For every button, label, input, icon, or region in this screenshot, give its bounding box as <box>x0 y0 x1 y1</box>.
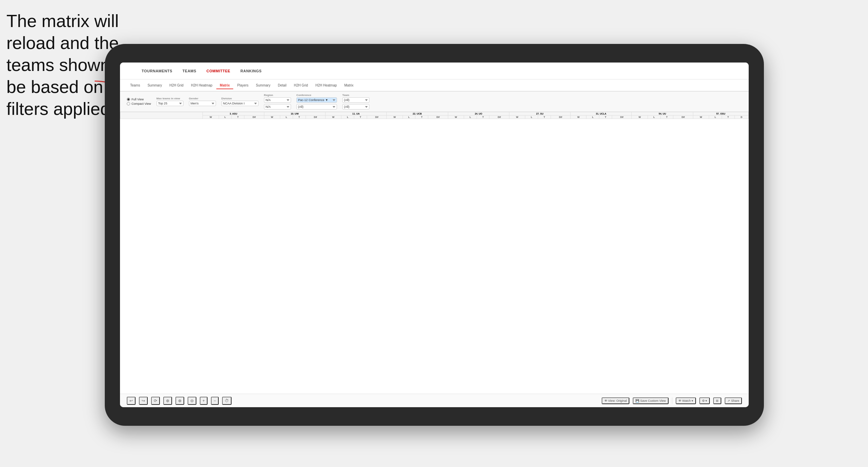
tab-summary2[interactable]: Summary <box>252 82 274 89</box>
select-team[interactable]: (All) <box>342 97 369 103</box>
filter-gender: Gender Men's Women's <box>189 97 216 106</box>
bottom-toolbar: ↩ ↪ ⟳ ⊕ ⊕ ⊖ + − ⏱ 👁 View: Original 💾 Sav… <box>120 394 749 407</box>
tab-players[interactable]: Players <box>234 82 252 89</box>
header-uu: 54. UU <box>632 112 693 116</box>
radio-compact-view[interactable]: Compact View <box>127 102 151 105</box>
nav-rankings[interactable]: RANKINGS <box>236 67 266 75</box>
select-max-teams[interactable]: Top 25 Top 50 All <box>156 101 184 106</box>
header-ucb: 22. UCB <box>387 112 448 116</box>
btn-undo[interactable]: ↩ <box>127 397 136 405</box>
btn-share[interactable]: ↗ Share <box>725 397 742 404</box>
btn-plus[interactable]: + <box>200 397 208 405</box>
btn-zoom-in[interactable]: ⊕ <box>175 397 184 405</box>
btn-save-custom[interactable]: 💾 Save Custom View <box>633 397 668 404</box>
nav-committee[interactable]: COMMITTEE <box>202 67 235 75</box>
btn-refresh[interactable]: ⟳ <box>151 397 160 405</box>
select-conference2[interactable]: (All) <box>296 104 337 109</box>
header-ua: 11. UA <box>326 112 387 116</box>
filter-max-teams: Max teams in view Top 25 Top 50 All <box>156 97 184 106</box>
btn-watch[interactable]: 👁 Watch ▾ <box>676 397 696 404</box>
select-team2[interactable]: (All) <box>342 104 369 109</box>
header-osu: 57. OSU <box>693 112 748 116</box>
tablet-screen: TOURNAMENTS TEAMS COMMITTEE RANKINGS Tea… <box>120 63 749 407</box>
app-header: TOURNAMENTS TEAMS COMMITTEE RANKINGS <box>120 63 749 79</box>
radio-full-view[interactable]: Full View <box>127 98 151 101</box>
filter-row: Full View Compact View Max teams in view… <box>120 92 749 112</box>
radio-dot-compact <box>127 102 130 105</box>
btn-view-original[interactable]: 👁 View: Original <box>602 397 630 404</box>
filter-division: Division NCAA Division I NCAA Division I… <box>221 97 259 106</box>
select-gender[interactable]: Men's Women's <box>189 101 216 106</box>
sub-nav: Teams Summary H2H Grid H2H Heatmap Matri… <box>120 79 749 92</box>
tab-h2h-heatmap1[interactable]: H2H Heatmap <box>188 82 216 89</box>
btn-minus[interactable]: − <box>211 397 219 405</box>
filter-conference: Conference Pac-12 Conference ▼ (All) (Al… <box>296 94 337 109</box>
header-uw: 10. UW <box>264 112 325 116</box>
btn-grid[interactable]: ⊞ <box>713 397 721 404</box>
header-team-col <box>120 112 203 119</box>
matrix-content[interactable]: 3. ASU 10. UW 11. UA 22. UCB 24. UO 27. … <box>120 112 749 394</box>
main-nav: TOURNAMENTS TEAMS COMMITTEE RANKINGS <box>137 67 266 75</box>
tablet-frame: TOURNAMENTS TEAMS COMMITTEE RANKINGS Tea… <box>105 44 764 426</box>
tab-h2h-grid2[interactable]: H2H Grid <box>290 82 311 89</box>
btn-settings[interactable]: ⚙ ▾ <box>699 397 710 404</box>
nav-tournaments[interactable]: TOURNAMENTS <box>137 67 177 75</box>
btn-timer[interactable]: ⏱ <box>222 397 232 405</box>
tab-detail[interactable]: Detail <box>274 82 290 89</box>
header-su: 27. SU <box>509 112 570 116</box>
matrix-table: 3. ASU 10. UW 11. UA 22. UCB 24. UO 27. … <box>120 112 749 119</box>
radio-dot-full <box>127 98 130 101</box>
header-uo: 24. UO <box>448 112 509 116</box>
nav-teams[interactable]: TEAMS <box>178 67 201 75</box>
tab-teams[interactable]: Teams <box>127 82 143 89</box>
tab-summary1[interactable]: Summary <box>144 82 165 89</box>
tab-matrix2[interactable]: Matrix <box>341 82 357 89</box>
filter-region: Region N/A East West N/A <box>264 94 291 109</box>
select-conference[interactable]: Pac-12 Conference ▼ (All) <box>296 97 337 103</box>
toolbar-divider1 <box>672 397 672 404</box>
select-region[interactable]: N/A East West <box>264 97 291 103</box>
btn-zoom-out[interactable]: ⊖ <box>188 397 196 405</box>
select-division[interactable]: NCAA Division I NCAA Division II <box>221 101 259 106</box>
view-radio-group: Full View Compact View <box>127 98 151 105</box>
tab-h2h-grid1[interactable]: H2H Grid <box>166 82 187 89</box>
select-region2[interactable]: N/A <box>264 104 291 109</box>
header-ucla: 31. UCLA <box>571 112 632 116</box>
tab-h2h-heatmap2[interactable]: H2H Heatmap <box>312 82 340 89</box>
header-asu: 3. ASU <box>203 112 264 116</box>
btn-add[interactable]: ⊕ <box>163 397 172 405</box>
filter-team: Team (All) (All) <box>342 94 369 109</box>
btn-redo[interactable]: ↪ <box>139 397 148 405</box>
tab-matrix1[interactable]: Matrix <box>216 82 233 89</box>
